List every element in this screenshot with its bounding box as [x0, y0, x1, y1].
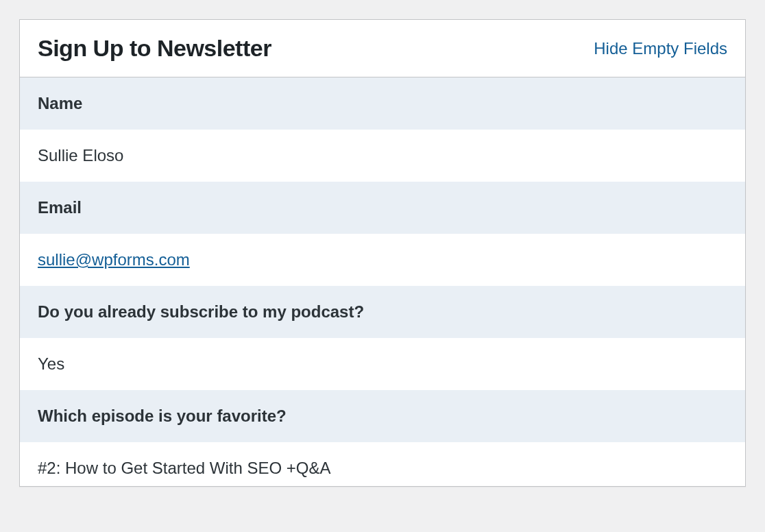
field-value-name: Sullie Eloso: [20, 130, 745, 182]
field-value-podcast: Yes: [20, 338, 745, 390]
field-value-episode: #2: How to Get Started With SEO +Q&A: [20, 442, 745, 486]
field-label-name: Name: [20, 77, 745, 130]
email-link[interactable]: sullie@wpforms.com: [38, 250, 190, 269]
field-label-podcast: Do you already subscribe to my podcast?: [20, 286, 745, 338]
hide-empty-fields-link[interactable]: Hide Empty Fields: [594, 39, 727, 58]
field-label-email: Email: [20, 182, 745, 234]
panel-title: Sign Up to Newsletter: [38, 35, 271, 62]
entry-details-panel: Sign Up to Newsletter Hide Empty Fields …: [19, 19, 746, 487]
panel-header: Sign Up to Newsletter Hide Empty Fields: [20, 20, 745, 77]
field-label-episode: Which episode is your favorite?: [20, 390, 745, 442]
field-value-email: sullie@wpforms.com: [20, 234, 745, 286]
